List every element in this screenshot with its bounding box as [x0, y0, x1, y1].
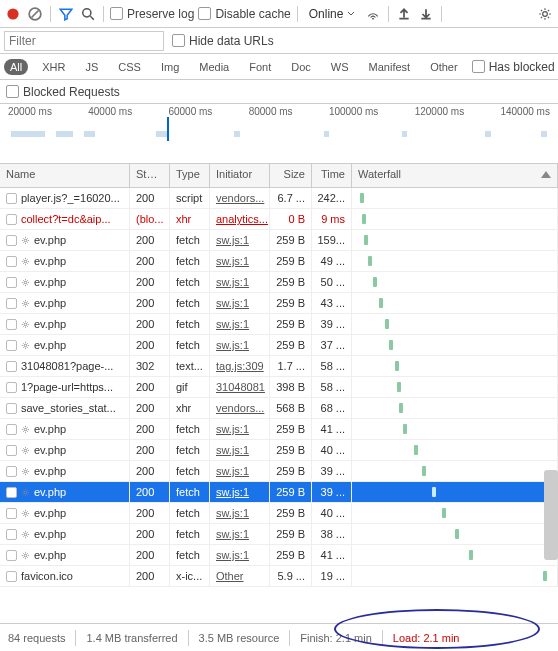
type-filter-js[interactable]: JS	[79, 59, 104, 75]
upload-icon[interactable]	[395, 5, 413, 23]
table-row[interactable]: ev.php200fetchsw.js:1259 B50 ...	[0, 272, 558, 293]
type-filter-css[interactable]: CSS	[112, 59, 147, 75]
table-row[interactable]: ev.php200fetchsw.js:1259 B39 ...	[0, 461, 558, 482]
table-row[interactable]: ev.php200fetchsw.js:1259 B40 ...	[0, 503, 558, 524]
svg-point-16	[24, 491, 27, 494]
table-row[interactable]: ev.php200fetchsw.js:1259 B39 ...	[0, 314, 558, 335]
svg-point-8	[24, 260, 27, 263]
svg-point-6	[543, 11, 548, 16]
type-filter-media[interactable]: Media	[193, 59, 235, 75]
status-requests: 84 requests	[8, 632, 65, 644]
table-row[interactable]: ev.php200fetchsw.js:1259 B38 ...	[0, 524, 558, 545]
table-row[interactable]: ev.php200fetchsw.js:1259 B37 ...	[0, 335, 558, 356]
status-bar: 84 requests 1.4 MB transferred 3.5 MB re…	[0, 623, 558, 651]
status-resources: 3.5 MB resource	[199, 632, 280, 644]
disable-cache-label: Disable cache	[215, 7, 290, 21]
svg-point-13	[24, 428, 27, 431]
header-name[interactable]: Name	[0, 164, 130, 187]
svg-point-3	[83, 8, 91, 16]
throttle-value: Online	[309, 7, 344, 21]
svg-point-0	[7, 8, 18, 19]
request-table-body: player.js?_=16020...200scriptvendors...6…	[0, 188, 558, 587]
svg-point-7	[24, 239, 27, 242]
header-type[interactable]: Type	[170, 164, 210, 187]
svg-point-18	[24, 533, 27, 536]
type-filter-xhr[interactable]: XHR	[36, 59, 71, 75]
type-filter-other[interactable]: Other	[424, 59, 464, 75]
table-row[interactable]: ev.php200fetchsw.js:1259 B41 ...	[0, 545, 558, 566]
status-load: Load: 2.1 min	[393, 632, 460, 644]
column-headers: Name Stat... Type Initiator Size Time Wa…	[0, 164, 558, 188]
svg-point-5	[373, 17, 375, 19]
filter-icon[interactable]	[57, 5, 75, 23]
table-row[interactable]: ev.php200fetchsw.js:1259 B41 ...	[0, 419, 558, 440]
timeline-ticks: 20000 ms40000 ms60000 ms80000 ms100000 m…	[0, 104, 558, 119]
type-filter-font[interactable]: Font	[243, 59, 277, 75]
type-filter-ws[interactable]: WS	[325, 59, 355, 75]
download-icon[interactable]	[417, 5, 435, 23]
blocked-bar: Blocked Requests	[0, 80, 558, 104]
table-row[interactable]: collect?t=dc&aip...(blo...xhranalytics..…	[0, 209, 558, 230]
status-finish: Finish: 2.1 min	[300, 632, 372, 644]
sort-indicator-icon	[541, 171, 551, 178]
throttle-dropdown[interactable]: Online	[304, 4, 361, 24]
svg-point-19	[24, 554, 27, 557]
table-row[interactable]: ev.php200fetchsw.js:1259 B49 ...	[0, 251, 558, 272]
svg-point-9	[24, 281, 27, 284]
scrollbar-thumb[interactable]	[544, 470, 558, 560]
svg-point-11	[24, 323, 27, 326]
table-row[interactable]: ev.php200fetchsw.js:1259 B40 ...	[0, 440, 558, 461]
table-row[interactable]: save_stories_stat...200xhrvendors...568 …	[0, 398, 558, 419]
type-filter-all[interactable]: All	[4, 59, 28, 75]
filter-bar: Hide data URLs	[0, 28, 558, 54]
table-row[interactable]: 1?page-url=https...200gif31048081398 B58…	[0, 377, 558, 398]
blocked-requests-label: Blocked Requests	[23, 85, 120, 99]
top-toolbar: Preserve log Disable cache Online	[0, 0, 558, 28]
hide-data-urls-label: Hide data URLs	[189, 34, 274, 48]
svg-point-17	[24, 512, 27, 515]
svg-point-14	[24, 449, 27, 452]
blocked-requests-checkbox[interactable]: Blocked Requests	[6, 85, 120, 99]
table-row[interactable]: 31048081?page-...302text...tag.js:3091.7…	[0, 356, 558, 377]
header-size[interactable]: Size	[270, 164, 312, 187]
svg-line-4	[90, 16, 94, 19]
svg-point-12	[24, 344, 27, 347]
disable-cache-checkbox[interactable]: Disable cache	[198, 7, 290, 21]
preserve-log-checkbox[interactable]: Preserve log	[110, 7, 194, 21]
table-row[interactable]: ev.php200fetchsw.js:1259 B39 ...	[0, 482, 558, 503]
table-row[interactable]: ev.php200fetchsw.js:1259 B43 ...	[0, 293, 558, 314]
svg-point-15	[24, 470, 27, 473]
svg-point-10	[24, 302, 27, 305]
table-row[interactable]: ev.php200fetchsw.js:1259 B159...	[0, 230, 558, 251]
settings-icon[interactable]	[536, 5, 554, 23]
type-filter-img[interactable]: Img	[155, 59, 185, 75]
table-row[interactable]: player.js?_=16020...200scriptvendors...6…	[0, 188, 558, 209]
timeline-bars	[0, 119, 558, 143]
has-blocked-cookies-checkbox[interactable]: Has blocked cookies	[472, 60, 558, 74]
hide-data-urls-checkbox[interactable]: Hide data URLs	[172, 34, 274, 48]
record-icon[interactable]	[4, 5, 22, 23]
filter-input[interactable]	[4, 31, 164, 51]
header-waterfall[interactable]: Waterfall	[352, 164, 558, 187]
type-filter-manifest[interactable]: Manifest	[363, 59, 417, 75]
network-conditions-icon[interactable]	[364, 5, 382, 23]
timeline-overview[interactable]: 20000 ms40000 ms60000 ms80000 ms100000 m…	[0, 104, 558, 164]
header-initiator[interactable]: Initiator	[210, 164, 270, 187]
table-row[interactable]: favicon.ico200x-ic...Other5.9 ...19 ...	[0, 566, 558, 587]
header-status[interactable]: Stat...	[130, 164, 170, 187]
status-transferred: 1.4 MB transferred	[86, 632, 177, 644]
type-filter-bar: AllXHRJSCSSImgMediaFontDocWSManifestOthe…	[0, 54, 558, 80]
preserve-log-label: Preserve log	[127, 7, 194, 21]
header-time[interactable]: Time	[312, 164, 352, 187]
type-filter-doc[interactable]: Doc	[285, 59, 317, 75]
svg-line-2	[32, 10, 39, 17]
search-icon[interactable]	[79, 5, 97, 23]
clear-icon[interactable]	[26, 5, 44, 23]
